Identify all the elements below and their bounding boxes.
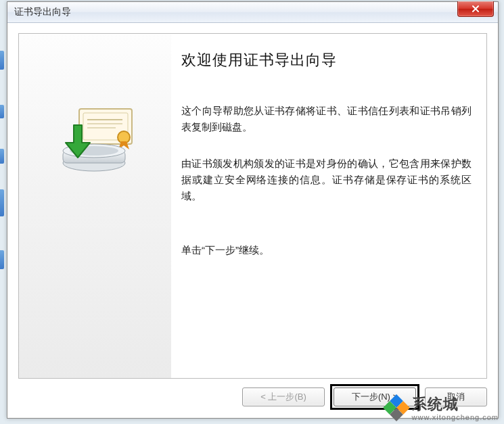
window-title: 证书导出向导 [7,6,71,18]
close-icon [472,5,480,13]
page-heading: 欢迎使用证书导出向导 [181,50,472,70]
cancel-button[interactable]: 取消 [425,387,487,406]
next-button-highlight: 下一步(N) > [330,384,419,410]
side-panel [19,34,171,378]
titlebar[interactable]: 证书导出向导 [7,2,498,23]
wizard-buttons: < 上一步(B) 下一步(N) > 取消 [18,385,487,408]
back-button[interactable]: < 上一步(B) [242,387,325,406]
wizard-page: 欢迎使用证书导出向导 这个向导帮助您从证书存储将证书、证书信任列表和证书吊销列表… [18,33,487,379]
wizard-content: 欢迎使用证书导出向导 这个向导帮助您从证书存储将证书、证书信任列表和证书吊销列表… [181,46,472,279]
intro-paragraph-3: 单击“下一步”继续。 [181,242,472,258]
certificate-export-icon [56,105,137,172]
wizard-window: 证书导出向导 [7,1,499,419]
intro-paragraph-1: 这个向导帮助您从证书存储将证书、证书信任列表和证书吊销列表复制到磁盘。 [181,103,472,135]
close-button[interactable] [457,1,494,17]
next-button[interactable]: 下一步(N) > [334,387,416,406]
intro-paragraph-2: 由证书颁发机构颁发的证书是对身份的确认，它包含用来保护数据或建立安全网络连接的信… [181,156,472,204]
client-area: 欢迎使用证书导出向导 这个向导帮助您从证书存储将证书、证书信任列表和证书吊销列表… [7,22,498,418]
background-tabs [0,0,4,424]
